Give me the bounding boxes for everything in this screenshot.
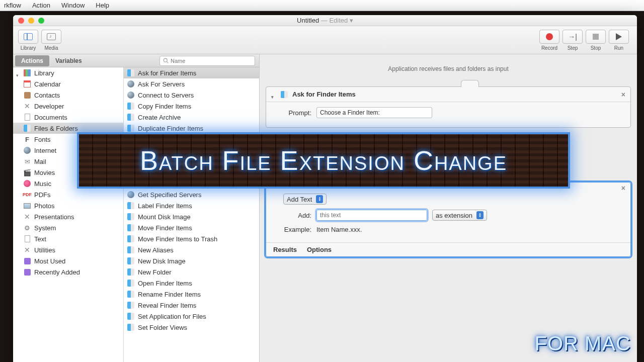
action-label: Reveal Finder Items [138, 302, 196, 309]
action-item[interactable]: Label Finder Items [124, 200, 259, 211]
action-item[interactable]: Open Finder Items [124, 278, 259, 289]
banner-text: Batch File Extension Change [140, 145, 507, 176]
category-item[interactable]: Calendar [13, 78, 123, 89]
finder-icon [127, 114, 134, 121]
finder-icon [127, 257, 134, 264]
add-label: Add: [283, 212, 311, 219]
finder-icon [127, 69, 134, 76]
globe-icon [127, 80, 134, 87]
minimize-button[interactable] [28, 18, 34, 24]
category-label: Photos [34, 202, 54, 210]
action-item[interactable]: Reveal Finder Items [124, 300, 259, 311]
search-field[interactable] [159, 56, 255, 66]
action-item[interactable]: Move Finder Items [124, 222, 259, 233]
category-item[interactable]: ✕Developer [13, 101, 123, 112]
category-item[interactable]: PDFPDFs [13, 189, 123, 200]
finder-icon [127, 246, 134, 253]
menu-item[interactable]: Help [96, 2, 109, 9]
options-tab[interactable]: Options [307, 246, 332, 253]
category-list[interactable]: LibraryCalendarContacts✕DeveloperDocumen… [13, 67, 124, 362]
search-icon [163, 58, 169, 63]
system-menubar[interactable]: rkflow Action Window Help [0, 0, 644, 11]
action-label: New Aliases [138, 246, 174, 254]
category-item[interactable]: Documents [13, 112, 123, 123]
search-input[interactable] [171, 58, 252, 64]
rename-mode-select[interactable]: Add Text ▲▼ [283, 194, 327, 205]
extension-position-select[interactable]: as extension ▲▼ [432, 210, 487, 221]
media-button[interactable]: Media [41, 30, 61, 51]
action-item[interactable]: Move Finder Items to Trash [124, 233, 259, 244]
action-item[interactable]: Mount Disk Image [124, 211, 259, 222]
results-tab[interactable]: Results [273, 246, 297, 253]
svg-point-0 [164, 58, 167, 62]
finder-icon [127, 224, 134, 231]
workflow-canvas[interactable]: Application receives files and folders a… [260, 54, 637, 362]
action-item[interactable]: Create Archive [124, 112, 259, 123]
action-label: New Disk Image [138, 257, 186, 265]
menu-item[interactable]: Action [32, 2, 50, 9]
ham-icon: ✕ [24, 246, 30, 254]
action-item[interactable]: Ask for Finder Items [124, 67, 259, 78]
category-item[interactable]: Photos [13, 200, 123, 211]
category-item[interactable]: Contacts [13, 89, 123, 101]
category-item[interactable]: ⚙System [13, 222, 123, 233]
prompt-field[interactable] [316, 107, 432, 118]
automator-window: Untitled — Edited ▾ Library Media Record… [13, 15, 637, 362]
add-text-field[interactable] [316, 210, 427, 221]
stop-button[interactable]: Stop [586, 30, 606, 51]
category-label: Movies [34, 169, 55, 176]
action-item[interactable]: Rename Finder Items [124, 289, 259, 300]
finder-icon [127, 235, 134, 242]
action-label: Ask for Finder Items [138, 69, 196, 77]
category-label: Most Used [34, 257, 65, 265]
action-label: Move Finder Items to Trash [138, 235, 217, 243]
step-button[interactable]: →| Step [562, 30, 583, 51]
menu-item[interactable]: rkflow [4, 2, 21, 9]
tab-actions[interactable]: Actions [15, 55, 49, 66]
close-button[interactable] [18, 18, 24, 24]
action-label: Label Finder Items [138, 202, 192, 210]
action-item[interactable]: Set Application for Files [124, 311, 259, 322]
category-item[interactable]: ✕Presentations [13, 211, 123, 222]
action-item[interactable]: New Aliases [124, 244, 259, 255]
mail-icon: ✉ [25, 158, 30, 165]
run-button[interactable]: Run [609, 30, 629, 51]
cont-icon [24, 92, 31, 99]
window-titlebar[interactable]: Untitled — Edited ▾ [13, 15, 637, 26]
action-item[interactable]: New Disk Image [124, 255, 259, 266]
finder-icon [127, 291, 134, 298]
category-label: Text [34, 235, 46, 243]
action-item[interactable]: New Folder [124, 266, 259, 278]
action-item[interactable]: Ask For Servers [124, 78, 259, 89]
category-item[interactable]: Most Used [13, 255, 123, 266]
category-label: Calendar [34, 80, 61, 88]
action-label: Create Archive [138, 114, 181, 121]
record-button[interactable]: Record [539, 30, 559, 51]
action-rename-finder-items[interactable]: × Add Text ▲▼ Add: as extension [266, 182, 631, 257]
toolbar: Library Media Record →| Step Stop Run [13, 26, 637, 54]
action-item[interactable]: Get Specified Servers [124, 189, 259, 200]
category-label: Mail [34, 158, 46, 165]
zoom-button[interactable] [38, 18, 44, 24]
action-ask-finder-items[interactable]: Ask for Finder Items × Prompt: [266, 86, 631, 128]
category-item[interactable]: ✕Utilities [13, 244, 123, 255]
disclosure-icon[interactable] [16, 71, 20, 75]
library-button[interactable]: Library [18, 30, 38, 51]
finder-icon [127, 313, 134, 320]
close-icon[interactable]: × [621, 184, 625, 192]
category-item[interactable]: Recently Added [13, 266, 123, 278]
category-item[interactable]: Text [13, 233, 123, 244]
action-item[interactable]: Copy Finder Items [124, 101, 259, 112]
menu-item[interactable]: Window [61, 2, 85, 9]
disclosure-icon[interactable] [271, 93, 276, 97]
action-title: Ask for Finder Items [292, 90, 356, 98]
chevron-updown-icon: ▲▼ [476, 211, 484, 219]
action-item[interactable]: Set Folder Views [124, 322, 259, 333]
action-item[interactable]: Connect to Servers [124, 89, 259, 101]
tab-variables[interactable]: Variables [49, 55, 88, 66]
category-item[interactable]: Library [13, 67, 123, 78]
svg-line-1 [167, 62, 169, 63]
close-icon[interactable]: × [621, 90, 625, 99]
for-mac-label: FOR MAC [535, 332, 631, 355]
action-list[interactable]: Ask for Finder ItemsAsk For ServersConne… [124, 67, 259, 362]
